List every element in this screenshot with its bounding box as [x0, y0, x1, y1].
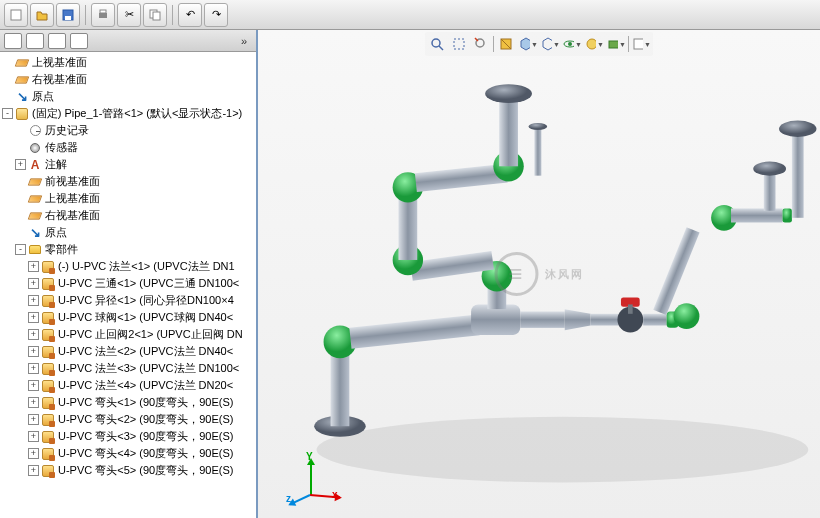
expand-toggle[interactable]: +: [28, 448, 39, 459]
tree-node-label: 原点: [32, 89, 54, 104]
tab-property[interactable]: [26, 33, 44, 49]
zoom-fit-icon[interactable]: [427, 34, 447, 54]
tree-node[interactable]: 右视基准面: [0, 71, 256, 88]
axis-x-label: x: [332, 489, 338, 500]
tree-node-label: U-PVC 止回阀2<1> (UPVC止回阀 DN: [58, 327, 243, 342]
expand-toggle[interactable]: +: [28, 295, 39, 306]
tool-save[interactable]: [56, 3, 80, 27]
tree-node[interactable]: 上视基准面: [0, 190, 256, 207]
expand-toggle[interactable]: +: [28, 329, 39, 340]
tree-node[interactable]: +A注解: [0, 156, 256, 173]
svg-rect-49: [783, 208, 792, 222]
expand-toggle[interactable]: +: [28, 278, 39, 289]
expand-toggle[interactable]: +: [28, 465, 39, 476]
expand-toggle[interactable]: +: [28, 431, 39, 442]
tree-node[interactable]: +U-PVC 弯头<5> (90度弯头，90E(S): [0, 462, 256, 479]
tree-node[interactable]: +U-PVC 弯头<2> (90度弯头，90E(S): [0, 411, 256, 428]
sidebar-collapse-icon[interactable]: »: [236, 34, 252, 48]
tool-copy[interactable]: [143, 3, 167, 27]
tab-dim[interactable]: [70, 33, 88, 49]
tree-node[interactable]: 前视基准面: [0, 173, 256, 190]
tree-node[interactable]: ↘原点: [0, 224, 256, 241]
tree-node[interactable]: ↘原点: [0, 88, 256, 105]
tree-node[interactable]: +U-PVC 法兰<3> (UPVC法兰 DN100<: [0, 360, 256, 377]
expand-toggle[interactable]: -: [15, 244, 26, 255]
svg-rect-50: [792, 134, 804, 218]
tree-node[interactable]: +U-PVC 三通<1> (UPVC三通 DN100<: [0, 275, 256, 292]
tree-node-label: 右视基准面: [32, 72, 87, 87]
part-icon: [41, 413, 55, 427]
expand-toggle[interactable]: +: [28, 346, 39, 357]
view-settings-icon[interactable]: ▼: [631, 34, 651, 54]
svg-point-14: [568, 42, 572, 46]
tree-node[interactable]: +U-PVC 法兰<4> (UPVC法兰 DN20<: [0, 377, 256, 394]
display-style-icon[interactable]: ▼: [540, 34, 560, 54]
tree-node[interactable]: +U-PVC 止回阀2<1> (UPVC止回阀 DN: [0, 326, 256, 343]
tool-redo[interactable]: ↷: [204, 3, 228, 27]
tool-undo[interactable]: ↶: [178, 3, 202, 27]
graphics-viewport[interactable]: ▼ ▼ ▼ ▼ ▼ ▼: [258, 30, 820, 518]
tree-node[interactable]: +U-PVC 球阀<1> (UPVC球阀 DN40<: [0, 309, 256, 326]
expand-toggle[interactable]: +: [28, 261, 39, 272]
tree-node-label: 右视基准面: [45, 208, 100, 223]
tree-node[interactable]: +U-PVC 弯头<3> (90度弯头，90E(S): [0, 428, 256, 445]
expand-toggle[interactable]: +: [28, 312, 39, 323]
tree-node[interactable]: -(固定) Pipe_1-管路<1> (默认<显示状态-1>): [0, 105, 256, 122]
pipe-assembly-model[interactable]: [258, 30, 820, 518]
tool-cut[interactable]: ✂: [117, 3, 141, 27]
expand-toggle[interactable]: -: [2, 108, 13, 119]
tree-node[interactable]: 历史记录: [0, 122, 256, 139]
svg-rect-36: [520, 311, 564, 327]
expand-toggle[interactable]: +: [28, 380, 39, 391]
tab-config[interactable]: [48, 33, 66, 49]
view-toolbar: ▼ ▼ ▼ ▼ ▼ ▼: [425, 32, 653, 56]
svg-point-43: [674, 303, 700, 329]
expand-toggle[interactable]: +: [28, 363, 39, 374]
orientation-triad[interactable]: Y x z: [288, 446, 348, 506]
svg-point-18: [317, 417, 809, 483]
axis-y-label: Y: [306, 451, 313, 462]
zoom-area-icon[interactable]: [449, 34, 469, 54]
feature-tree[interactable]: 上视基准面右视基准面↘原点-(固定) Pipe_1-管路<1> (默认<显示状态…: [0, 52, 256, 518]
tool-open[interactable]: [30, 3, 54, 27]
expand-toggle[interactable]: +: [28, 414, 39, 425]
svg-rect-17: [634, 39, 643, 49]
tool-print[interactable]: [91, 3, 115, 27]
tree-node-label: U-PVC 弯头<5> (90度弯头，90E(S): [58, 463, 233, 478]
hist-icon: [28, 124, 42, 138]
plane-icon: [28, 192, 42, 206]
tree-node-label: 原点: [45, 225, 67, 240]
axis-z-arrow: [290, 494, 311, 505]
svg-rect-47: [764, 173, 776, 210]
plane-icon: [28, 209, 42, 223]
tree-node-label: U-PVC 弯头<4> (90度弯头，90E(S): [58, 446, 233, 461]
tree-node[interactable]: +U-PVC 弯头<1> (90度弯头，90E(S): [0, 394, 256, 411]
expand-toggle[interactable]: +: [28, 397, 39, 408]
section-view-icon[interactable]: [496, 34, 516, 54]
tree-node-label: 零部件: [45, 242, 78, 257]
apply-scene-icon[interactable]: ▼: [606, 34, 626, 54]
part-icon: [41, 277, 55, 291]
tab-feature-tree[interactable]: [4, 33, 22, 49]
edit-scene-icon[interactable]: ▼: [584, 34, 604, 54]
tree-node[interactable]: +U-PVC 法兰<2> (UPVC法兰 DN40<: [0, 343, 256, 360]
ann-icon: A: [28, 158, 42, 172]
tree-node[interactable]: 右视基准面: [0, 207, 256, 224]
tree-node-label: 传感器: [45, 140, 78, 155]
svg-rect-3: [99, 13, 107, 18]
tree-node[interactable]: 传感器: [0, 139, 256, 156]
svg-rect-26: [410, 251, 494, 281]
svg-rect-41: [643, 314, 666, 326]
view-orientation-icon[interactable]: ▼: [518, 34, 538, 54]
tree-node[interactable]: +U-PVC 弯头<4> (90度弯头，90E(S): [0, 445, 256, 462]
part-icon: [41, 447, 55, 461]
tool-new[interactable]: [4, 3, 28, 27]
expand-toggle[interactable]: +: [15, 159, 26, 170]
hide-show-icon[interactable]: ▼: [562, 34, 582, 54]
tree-node[interactable]: +(-) U-PVC 法兰<1> (UPVC法兰 DN1: [0, 258, 256, 275]
previous-view-icon[interactable]: [471, 34, 491, 54]
tree-node[interactable]: 上视基准面: [0, 54, 256, 71]
tree-node[interactable]: +U-PVC 异径<1> (同心异径DN100×4: [0, 292, 256, 309]
tree-node[interactable]: -零部件: [0, 241, 256, 258]
separator: [628, 36, 629, 52]
